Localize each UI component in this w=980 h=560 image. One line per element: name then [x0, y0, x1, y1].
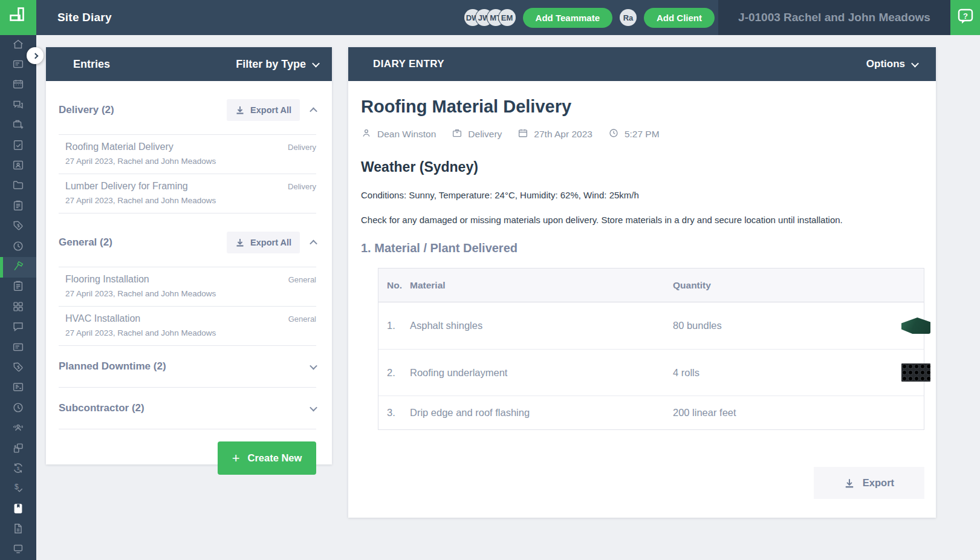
sidebar-item-currency-sync[interactable]: $: [0, 459, 36, 479]
entry-note: Check for any damaged or missing materia…: [361, 215, 924, 225]
section-planned-downtime[interactable]: Planned Downtime (2): [59, 346, 316, 388]
download-icon: [844, 478, 855, 489]
entry-type: Delivery: [468, 129, 502, 140]
client-avatar[interactable]: Ra: [620, 9, 637, 26]
app-logo[interactable]: [0, 0, 36, 35]
svg-text:?: ?: [963, 11, 968, 21]
section-title: Subcontractor (2): [59, 402, 144, 414]
topbar: Site Diary DW JW MT EM Add Teammate Ra A…: [0, 0, 980, 35]
entry-time: 5:27 PM: [625, 129, 660, 140]
sidebar-item-file[interactable]: [0, 519, 36, 539]
material-section-heading: 1. Material / Plant Delivered: [361, 241, 924, 255]
help-button[interactable]: ?: [950, 0, 980, 35]
calendar-icon: [518, 128, 528, 141]
clipboard-icon: [11, 199, 25, 215]
entries-panel-header: Entries Filter by Type: [46, 47, 332, 81]
topbar-actions: DW JW MT EM Add Teammate Ra Add Client: [464, 8, 718, 28]
add-teammate-button[interactable]: Add Teammate: [523, 8, 612, 28]
export-all-button[interactable]: Export All: [227, 99, 300, 121]
time-meta: 5:27 PM: [608, 128, 660, 141]
export-all-button[interactable]: Export All: [227, 232, 300, 253]
tasks-icon: [11, 138, 25, 154]
entry-subtitle: 27 April 2023, Rachel and John Meadows: [65, 196, 316, 205]
comment-icon: [11, 320, 25, 336]
sidebar-item-clipboard[interactable]: [0, 197, 36, 217]
entries-list: Delivery (2) Export All Roofing Material…: [46, 81, 332, 475]
sidebar-item-payment-check[interactable]: $: [0, 480, 36, 500]
sidebar-item-tasks[interactable]: [0, 136, 36, 156]
job-selector[interactable]: J-01003 Rachel and John Meadows: [718, 0, 950, 35]
create-new-label: Create New: [247, 452, 302, 464]
sidebar-item-invoice[interactable]: [0, 379, 36, 399]
sidebar-item-clock[interactable]: [0, 399, 36, 418]
options-dropdown[interactable]: Options: [866, 58, 918, 70]
column-header-quantity: Quantity: [673, 280, 830, 291]
avatar[interactable]: EM: [499, 9, 516, 26]
sidebar-item-clock[interactable]: [0, 237, 36, 257]
entry-meta-row: Dean Winston Delivery 27th Apr 2023: [361, 128, 924, 141]
section-title: Planned Downtime (2): [59, 360, 166, 373]
app-title: Site Diary: [57, 11, 112, 24]
sidebar-item-monitor[interactable]: [0, 540, 36, 560]
chevron-right-icon: [32, 53, 38, 59]
entry-type-badge: General: [288, 275, 316, 284]
dark-membrane-thumbnail[interactable]: [901, 363, 930, 382]
section-title: Delivery (2): [59, 104, 114, 116]
table-row: 1. Asphalt shingles 80 bundles: [378, 302, 924, 350]
entry-list-item[interactable]: Lumber Delivery for Framing Delivery 27 …: [59, 174, 316, 213]
price-tag-icon: [11, 360, 25, 376]
briefcase-icon: [452, 128, 462, 141]
quantity: 80 bundles: [673, 320, 830, 331]
quantity: 4 rolls: [673, 367, 830, 379]
entry-list-item[interactable]: Roofing Material Delivery Delivery 27 Ap…: [59, 134, 316, 174]
table-row: 2. Roofing underlayment 4 rolls: [378, 350, 924, 396]
sidebar-item-calendar[interactable]: [0, 76, 36, 96]
sidebar-item-overview-card[interactable]: [0, 338, 36, 358]
entry-title: Lumber Delivery for Framing: [65, 181, 188, 192]
clock-icon: [11, 239, 25, 255]
export-button[interactable]: Export: [814, 467, 924, 499]
diary-entry-body: Roofing Material Delivery Dean Winston D…: [348, 81, 936, 499]
add-client-button[interactable]: Add Client: [644, 8, 715, 28]
entry-type-badge: General: [288, 314, 316, 324]
grid-icon: [11, 300, 25, 316]
entries-title: Entries: [73, 58, 110, 71]
sidebar-item-price-tag[interactable]: [0, 217, 36, 237]
clock-icon: [608, 128, 619, 141]
sidebar-item-price-tag[interactable]: [0, 358, 36, 378]
price-tag-icon: [11, 219, 25, 235]
team-icon: [11, 421, 25, 437]
chevron-down-icon: [310, 362, 317, 370]
sidebar-item-team[interactable]: [0, 418, 36, 438]
sidebar-item-comment[interactable]: [0, 317, 36, 337]
sidebar-item-add-job[interactable]: [0, 116, 36, 136]
material-name: Asphalt shingles: [410, 320, 673, 331]
plus-icon: +: [232, 452, 240, 465]
chevron-up-icon[interactable]: [310, 107, 317, 115]
row-number: 3.: [378, 407, 410, 418]
sidebar-item-contact-card[interactable]: [0, 156, 36, 176]
sidebar-item-site-diary-hammer[interactable]: [0, 257, 36, 277]
entry-title: Roofing Material Delivery: [65, 142, 174, 152]
chevron-up-icon[interactable]: [310, 239, 317, 247]
messages-icon: [11, 98, 25, 114]
filter-by-type-dropdown[interactable]: Filter by Type: [236, 58, 319, 71]
create-new-button[interactable]: + Create New: [218, 441, 316, 475]
section-header-delivery: Delivery (2) Export All: [59, 81, 316, 134]
entry-list-item[interactable]: HVAC Installation General 27 April 2023,…: [59, 306, 316, 345]
help-bubble-icon: ?: [957, 8, 974, 27]
sidebar-item-folder[interactable]: [0, 177, 36, 197]
sidebar-collapse-button[interactable]: [27, 47, 44, 64]
green-shingle-thumbnail[interactable]: [901, 317, 930, 334]
section-subcontractor[interactable]: Subcontractor (2): [59, 388, 316, 429]
entry-subtitle: 27 April 2023, Rachel and John Meadows: [65, 157, 316, 166]
section-items-general: Flooring Installation General 27 April 2…: [59, 267, 316, 346]
sidebar-item-bookmark-book[interactable]: [0, 500, 36, 519]
sidebar-item-grid[interactable]: [0, 298, 36, 317]
entry-list-item[interactable]: Flooring Installation General 27 April 2…: [59, 267, 316, 306]
author-meta: Dean Winston: [361, 128, 436, 141]
sidebar-item-messages[interactable]: [0, 96, 36, 116]
packages-icon: [11, 441, 25, 457]
sidebar-item-packages[interactable]: [0, 439, 36, 459]
sidebar-item-clipboard[interactable]: [0, 278, 36, 298]
